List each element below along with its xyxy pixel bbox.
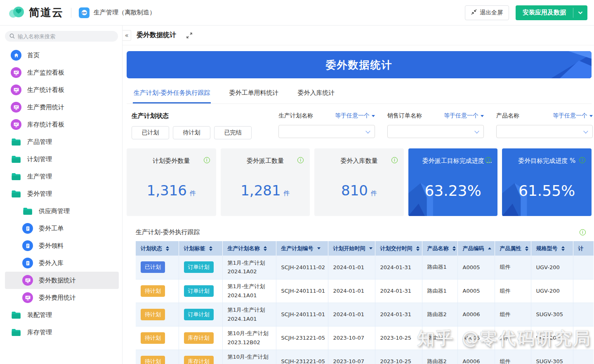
logo-text: 简道云 <box>29 5 64 20</box>
sidebar-item-label: 供应商管理 <box>39 207 70 215</box>
tab[interactable]: 生产计划-委外任务执行跟踪 <box>133 85 211 103</box>
sidebar-item-label: 委外数据统计 <box>39 277 76 284</box>
cell-plan-name: 第10月-生产计划 2023.12B02 <box>222 350 276 364</box>
install-app-button[interactable]: 安装应用及数据 <box>516 5 587 20</box>
sidebar-item-label: 库存管理 <box>27 329 52 336</box>
sidebar-item[interactable]: 首页 <box>5 47 119 64</box>
sort-icon[interactable] <box>369 247 372 249</box>
chevron-down-icon[interactable] <box>573 5 587 20</box>
filter-select[interactable] <box>278 125 375 138</box>
column-header-inner: 生产计划编号 <box>276 245 328 252</box>
column-header[interactable]: 计划标签 <box>179 241 222 256</box>
tab[interactable]: 委外入库统计 <box>297 85 335 103</box>
status-filter-label: 生产计划状态 <box>132 112 263 120</box>
status-option-button[interactable]: 待计划 <box>173 126 210 139</box>
cell-extra <box>573 256 594 279</box>
sidebar-item[interactable]: 委外领料 <box>5 237 119 254</box>
brand-logo[interactable]: 简道云 <box>8 5 64 20</box>
sort-icon[interactable] <box>453 246 456 251</box>
stat-card-title: 委外目标完成进度 % <box>502 157 592 165</box>
sidebar-item[interactable]: 委外数据统计 <box>5 272 119 289</box>
sort-up-triangle <box>264 246 267 248</box>
sort-icon[interactable] <box>488 247 491 249</box>
sidebar-item[interactable]: 库存统计看板 <box>5 116 119 133</box>
tab[interactable]: 委外工单用料统计 <box>228 85 279 103</box>
column-header[interactable]: 产品编码 <box>457 241 495 256</box>
tag-badge: 订单计划 <box>184 285 214 297</box>
column-header[interactable]: 计划开始时间 <box>328 241 375 256</box>
app-window: 简道云 ERP 生产管理（离散制造） 退出全屏 安装应用及数据 <box>0 0 594 364</box>
filter-select[interactable] <box>496 125 593 138</box>
status-option-button[interactable]: 已计划 <box>132 126 169 139</box>
tracking-table: 计划状态计划标签生产计划名称生产计划编号计划开始时间计划交付时间产品名称产品编码… <box>136 241 594 364</box>
column-header[interactable]: 生产计划编号 <box>276 241 328 256</box>
info-icon[interactable]: i <box>579 157 585 163</box>
sidebar-item[interactable]: 库存管理 <box>5 324 119 341</box>
sidebar-item[interactable]: 委外管理 <box>5 185 119 202</box>
info-icon[interactable]: i <box>580 229 586 235</box>
stat-unit: 件 <box>190 190 196 197</box>
sidebar-item[interactable]: 产品管理 <box>5 133 119 150</box>
sidebar-search[interactable] <box>5 31 118 42</box>
column-header[interactable]: 计划状态 <box>136 241 179 256</box>
exit-fullscreen-button[interactable]: 退出全屏 <box>465 5 509 20</box>
sidebar-item[interactable]: 生产费用统计 <box>5 99 119 116</box>
filter-operator-link[interactable]: 等于任意一个 <box>335 112 375 120</box>
cell-start-date: 2023-10-07 <box>328 350 375 364</box>
cell-plan-name: 第1月-生产计划 2024.1A02 <box>222 256 276 279</box>
sidebar-item[interactable]: 委外费用统计 <box>5 289 119 306</box>
cell-plan-name: 第10月-生产计划 2023.12B02 <box>222 326 276 350</box>
column-label: 产品名称 <box>427 245 449 252</box>
filter-select[interactable] <box>387 125 484 138</box>
sidebar-item[interactable]: 计划管理 <box>5 150 119 168</box>
info-icon[interactable]: i <box>391 157 398 163</box>
sort-icon[interactable] <box>416 246 420 251</box>
fullscreen-expand-icon[interactable] <box>186 32 193 39</box>
table-row[interactable]: 待计划订单计划第1月-生产计划 2024.1A01SCJH-240111-012… <box>136 279 594 303</box>
filter-operator-link[interactable]: 等于任意一个 <box>553 112 593 120</box>
column-header[interactable]: 计划交付时间 <box>375 241 422 256</box>
sidebar-item[interactable]: 装配管理 <box>5 306 119 324</box>
sidebar-item[interactable]: 生产管理 <box>5 168 119 185</box>
cell-status: 待计划 <box>136 279 179 303</box>
sidebar-item[interactable]: 供应商管理 <box>5 202 119 220</box>
sort-icon[interactable] <box>166 246 169 251</box>
cell-due-date: 2023-10-25 <box>375 350 422 364</box>
cell-plan-code: SCJH-240111-02 <box>276 256 328 279</box>
column-header-inner: 计划标签 <box>179 245 222 252</box>
status-filter: 生产计划状态 已计划待计划已完结 <box>132 112 263 139</box>
sidebar-item[interactable]: 委外工单 <box>5 220 119 237</box>
sidebar-item[interactable]: 委外入库 <box>5 254 119 272</box>
table-row[interactable]: 待计划订单计划第1月-生产计划 2024.1A01SCJH-240111-012… <box>136 303 594 326</box>
sidebar-item[interactable]: 生产监控看板 <box>5 64 119 81</box>
sidebar-item[interactable]: 生产统计看板 <box>5 81 119 99</box>
column-header[interactable]: 计 <box>573 241 594 256</box>
sort-icon[interactable] <box>209 246 212 251</box>
column-header[interactable]: 生产计划名称 <box>222 241 276 256</box>
sort-icon[interactable] <box>264 246 267 251</box>
column-header-inner: 产品编码 <box>458 245 495 252</box>
column-header[interactable]: 产品名称 <box>422 241 457 256</box>
sort-icon[interactable] <box>561 246 565 251</box>
column-label: 产品属性 <box>500 245 521 252</box>
table-row[interactable]: 待计划库存计划第10月-生产计划 2023.12B02SCJH-231221-0… <box>136 350 594 364</box>
search-input[interactable] <box>18 33 113 40</box>
cell-extra <box>573 326 594 350</box>
table-row[interactable]: 已计划订单计划第1月-生产计划 2024.1A02SCJH-240111-022… <box>136 256 594 279</box>
column-header[interactable]: 产品属性 <box>495 241 531 256</box>
sidebar-collapse-button[interactable]: « <box>123 30 131 41</box>
search-icon <box>9 33 15 40</box>
cell-due-date: 2024-01-31 <box>375 256 422 279</box>
sort-icon[interactable] <box>317 247 321 249</box>
info-icon[interactable]: i <box>204 157 210 163</box>
filter-operator-link[interactable]: 等于任意一个 <box>444 112 484 120</box>
sort-down-triangle <box>416 249 420 251</box>
sidebar-item-label: 库存统计看板 <box>27 121 64 129</box>
stat-card-value: 1,316件 <box>127 182 216 199</box>
cell-attr: 组件 <box>495 256 531 279</box>
status-option-button[interactable]: 已完结 <box>214 126 252 139</box>
sort-icon[interactable] <box>525 246 528 251</box>
table-row[interactable]: 待计划库存计划第10月-生产计划 2023.12B02SCJH-231221-0… <box>136 326 594 350</box>
column-header[interactable]: 规格型号 <box>531 241 573 256</box>
sidebar-item-label: 生产监控看板 <box>27 69 64 77</box>
